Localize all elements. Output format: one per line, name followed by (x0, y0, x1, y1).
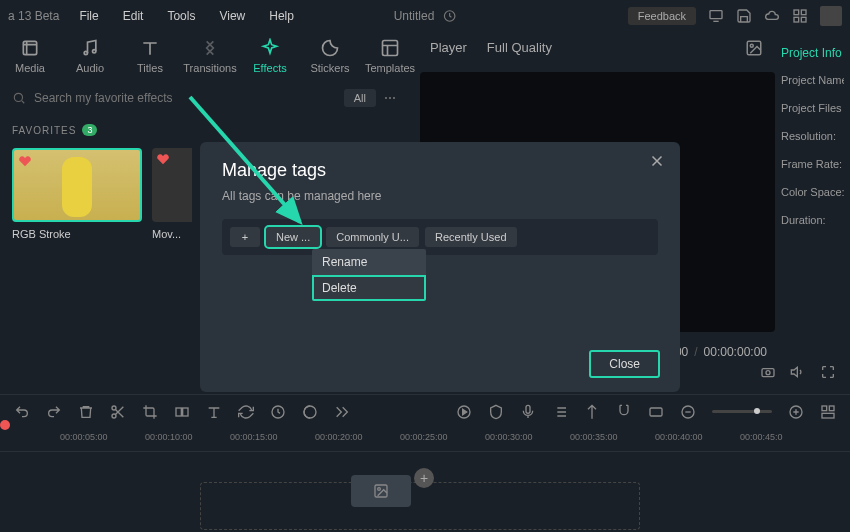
tag-chip[interactable]: Recently Used (425, 227, 517, 247)
close-icon[interactable] (648, 152, 666, 170)
tags-row: + New ... Commonly U... Recently Used Re… (222, 219, 658, 255)
add-tag-button[interactable]: + (230, 227, 260, 247)
ctx-rename[interactable]: Rename (312, 249, 426, 275)
manage-tags-modal: Manage tags All tags can be managed here… (200, 142, 680, 392)
tag-chip[interactable]: Commonly U... (326, 227, 419, 247)
context-menu: Rename Delete (312, 249, 426, 301)
ctx-delete[interactable]: Delete (312, 275, 426, 301)
tag-chip[interactable]: New ... (266, 227, 320, 247)
modal-title: Manage tags (222, 160, 658, 181)
modal-subtitle: All tags can be managed here (222, 189, 658, 203)
close-button[interactable]: Close (589, 350, 660, 378)
